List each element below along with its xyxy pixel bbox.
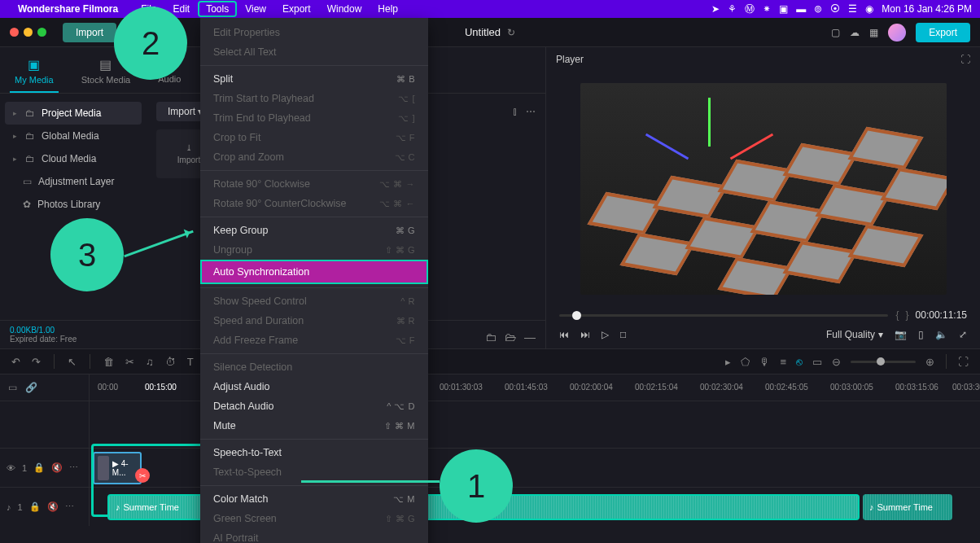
note-icon: ♪: [7, 502, 11, 512]
menu-item-edit-properties: Edit Properties: [200, 23, 428, 42]
menu-item-color-match[interactable]: Color Match⌥ M: [200, 489, 428, 509]
redo-icon[interactable]: ↷: [32, 356, 41, 368]
menu-item-mute[interactable]: Mute⇧ ⌘ M: [200, 416, 428, 436]
quality-selector[interactable]: Full Quality ▾: [826, 329, 883, 340]
location-icon[interactable]: ➤: [711, 3, 720, 15]
volume-icon[interactable]: 🔈: [935, 329, 947, 340]
preview-canvas[interactable]: [580, 83, 947, 295]
fullscreen-icon[interactable]: ⤢: [959, 329, 967, 340]
fit-icon[interactable]: ⛶: [958, 356, 969, 368]
annotation-2: 2: [114, 7, 187, 80]
battery-icon[interactable]: ▬: [796, 3, 806, 15]
lock-icon[interactable]: 🔒: [29, 501, 41, 512]
folder-open-icon[interactable]: 🗁: [505, 331, 516, 344]
zoom-out-icon[interactable]: ⊖: [832, 356, 841, 368]
media-icon: ▣: [28, 57, 40, 72]
keyboard-icon[interactable]: ▣: [779, 3, 788, 15]
menu-help[interactable]: Help: [370, 1, 406, 17]
minimize-icon[interactable]: [24, 28, 33, 37]
menu-item-select-all-text: Select All Text: [200, 42, 428, 62]
player-viewport: [546, 72, 980, 306]
bluetooth-icon[interactable]: ⁕: [763, 3, 771, 15]
control-center-icon[interactable]: ☰: [848, 3, 857, 15]
eye-icon[interactable]: 👁: [7, 463, 15, 473]
menu-item-split[interactable]: Split⌘ B: [200, 69, 428, 89]
player-scrubber[interactable]: { } 00:00:11:15: [546, 306, 980, 324]
more-icon[interactable]: ⋯: [65, 501, 74, 512]
menu-item-speech-to-text[interactable]: Speech-to-Text: [200, 443, 428, 462]
menu-item-keep-group[interactable]: Keep Group⌘ G: [200, 221, 428, 240]
malware-icon[interactable]: Ⓜ: [745, 2, 755, 16]
sidebar-item-cloud-media[interactable]: ▸🗀Cloud Media: [5, 147, 142, 170]
photos-icon: ✿: [23, 199, 31, 210]
maximize-icon[interactable]: [37, 28, 46, 37]
delete-icon[interactable]: 🗑: [103, 356, 114, 368]
sidebar-item-adjustment-layer[interactable]: ▭Adjustment Layer: [5, 170, 142, 193]
wifi-icon[interactable]: ⊚: [814, 3, 822, 15]
snapshot-icon[interactable]: 📷: [895, 329, 907, 340]
menu-item-show-speed-control: Show Speed Control^ R: [200, 291, 428, 311]
mic-icon[interactable]: 🎙: [759, 356, 770, 368]
marker-icon[interactable]: ⬠: [741, 356, 750, 368]
mute-icon[interactable]: 🔇: [51, 462, 63, 473]
next-frame-icon[interactable]: ⏭: [580, 329, 590, 340]
mute-icon[interactable]: 🔇: [47, 501, 59, 512]
speed-icon[interactable]: ⏱: [165, 356, 176, 368]
sync-icon[interactable]: ⎋: [796, 356, 803, 368]
lock-icon[interactable]: 🔒: [33, 462, 45, 473]
prev-frame-icon[interactable]: ⏮: [559, 329, 569, 340]
cloud-icon[interactable]: ☁: [850, 27, 860, 38]
brace-right-icon[interactable]: }: [906, 309, 909, 321]
text-icon[interactable]: T: [187, 356, 194, 368]
filter-icon[interactable]: ⫿: [513, 106, 518, 117]
brace-left-icon[interactable]: {: [896, 309, 899, 321]
close-icon[interactable]: [10, 28, 19, 37]
expand-icon[interactable]: ⛶: [960, 54, 970, 65]
cut-icon[interactable]: ✂: [125, 356, 134, 368]
music-icon[interactable]: ♫: [146, 356, 154, 368]
siri-icon[interactable]: ◉: [865, 3, 873, 15]
sidebar-item-project-media[interactable]: ▸🗀Project Media: [5, 102, 142, 125]
menu-window[interactable]: Window: [319, 1, 370, 17]
traffic-lights: [10, 28, 46, 37]
more-icon[interactable]: ⋯: [526, 106, 536, 117]
layer-icon: ▭: [23, 176, 32, 187]
render-icon[interactable]: ▸: [725, 356, 731, 368]
menu-export[interactable]: Export: [274, 1, 319, 17]
video-clip[interactable]: ▶ 4- M...: [93, 452, 142, 484]
menu-view[interactable]: View: [237, 1, 274, 17]
slider-icon[interactable]: —: [524, 331, 536, 344]
mixer-icon[interactable]: ≡: [780, 356, 786, 368]
chevron-right-icon: ▸: [13, 109, 17, 117]
link-icon[interactable]: 🔗: [25, 382, 37, 393]
mark-in-icon[interactable]: ▯: [918, 329, 924, 340]
zoom-slider[interactable]: [851, 361, 916, 363]
avatar[interactable]: [888, 24, 906, 42]
audio-clip[interactable]: ♪ Summer Time: [863, 494, 952, 520]
clock[interactable]: Mon 16 Jan 4:26 PM: [882, 3, 972, 15]
sidebar-item-photos-library[interactable]: ✿Photos Library: [5, 193, 142, 216]
more-icon[interactable]: ⋯: [69, 462, 78, 473]
menu-item-auto-synchronization[interactable]: Auto Synchronization: [200, 260, 428, 284]
play-icon[interactable]: ▷: [602, 329, 609, 340]
cloud-sync-icon[interactable]: ↻: [507, 27, 515, 38]
screen-icon[interactable]: ▢: [831, 27, 840, 38]
clip-icon[interactable]: ▭: [8, 382, 17, 393]
menu-item-detach-audio[interactable]: Detach Audio^ ⌥ D: [200, 396, 428, 416]
group-icon[interactable]: ▭: [812, 356, 822, 368]
tab-my-media[interactable]: ▣My Media: [10, 54, 59, 93]
export-button[interactable]: Export: [916, 23, 970, 42]
grid-icon[interactable]: ▦: [869, 27, 878, 38]
stop-icon[interactable]: □: [620, 329, 626, 340]
scissors-icon[interactable]: ✂: [135, 468, 150, 483]
share-icon[interactable]: ⚘: [728, 3, 737, 15]
sidebar-item-global-media[interactable]: ▸🗀Global Media: [5, 125, 142, 147]
folder-new-icon[interactable]: 🗀: [485, 331, 497, 344]
pointer-icon[interactable]: ↖: [68, 356, 77, 368]
zoom-in-icon[interactable]: ⊕: [925, 356, 934, 368]
import-button[interactable]: Import: [63, 23, 116, 42]
menu-item-adjust-audio[interactable]: Adjust Audio: [200, 377, 428, 396]
undo-icon[interactable]: ↶: [11, 356, 20, 368]
menu-tools[interactable]: Tools: [198, 1, 237, 17]
spotlight-icon[interactable]: ⦿: [830, 3, 840, 15]
